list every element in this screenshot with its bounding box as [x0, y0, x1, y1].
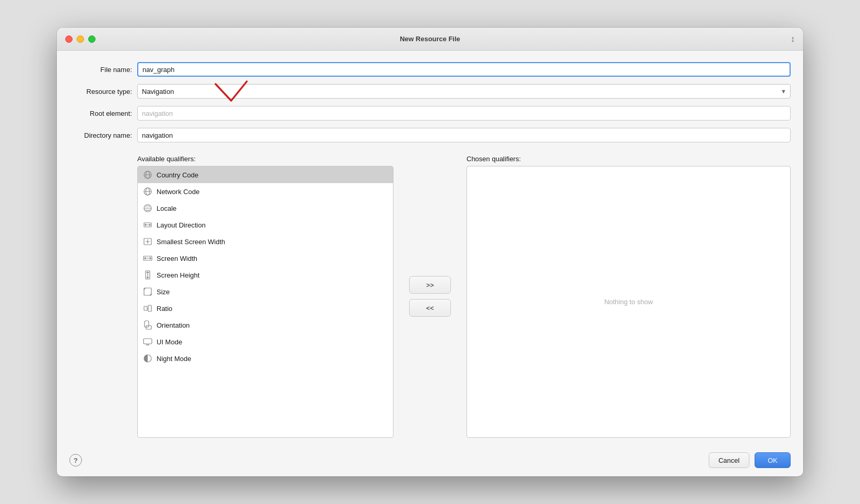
resource-type-select[interactable]: Navigation Layout Menu Values Drawable R…	[137, 84, 791, 99]
chosen-qualifiers-list: Nothing to show	[467, 166, 791, 438]
qualifier-label-ui-mode: UI Mode	[157, 338, 182, 346]
country-code-icon	[143, 170, 152, 179]
file-name-row: File name:	[69, 62, 791, 77]
night-mode-icon	[143, 354, 152, 363]
cancel-button[interactable]: Cancel	[709, 452, 749, 468]
minimize-button[interactable]	[77, 35, 84, 43]
new-resource-file-dialog: New Resource File ↕ File name: Resource …	[57, 28, 803, 476]
directory-name-row: Directory name: navigation	[69, 128, 791, 142]
chosen-qualifiers-panel: Chosen qualifiers: Nothing to show	[467, 155, 791, 438]
ok-button[interactable]: OK	[755, 452, 791, 468]
qualifier-label-orientation: Orientation	[157, 321, 190, 329]
sort-icon[interactable]: ↕	[791, 34, 795, 44]
ui-mode-icon	[143, 337, 152, 346]
svg-rect-27	[148, 305, 151, 311]
qualifier-label-locale: Locale	[157, 205, 176, 212]
root-element-label: Root element:	[69, 110, 137, 117]
file-name-label: File name:	[69, 66, 137, 74]
qualifier-item-smallest-screen-width[interactable]: Smallest Screen Width	[138, 233, 393, 250]
remove-qualifier-button[interactable]: <<	[409, 299, 451, 317]
resource-type-label: Resource type:	[69, 88, 137, 95]
file-name-input[interactable]	[137, 62, 791, 77]
root-element-row: Root element: navigation	[69, 106, 791, 121]
screen-height-icon	[143, 270, 152, 280]
locale-icon	[143, 203, 152, 213]
close-button[interactable]	[65, 35, 73, 43]
traffic-lights	[65, 35, 95, 43]
qualifiers-section: Available qualifiers: Country CodeNetwor…	[69, 155, 791, 438]
root-element-input: navigation	[137, 106, 791, 121]
layout-direction-icon	[143, 220, 152, 230]
svg-marker-11	[149, 223, 151, 226]
svg-rect-30	[144, 339, 152, 344]
qualifier-item-night-mode[interactable]: Night Mode	[138, 350, 393, 367]
transfer-buttons-panel: >> <<	[393, 155, 467, 438]
maximize-button[interactable]	[88, 35, 95, 43]
qualifier-label-size: Size	[157, 288, 170, 296]
resource-type-row: Resource type: Navigation Layout Menu Va…	[69, 84, 791, 99]
qualifier-label-screen-width: Screen Width	[157, 255, 197, 262]
qualifier-item-network-code[interactable]: Network Code	[138, 183, 393, 200]
qualifier-item-country-code[interactable]: Country Code	[138, 166, 393, 183]
title-bar: New Resource File ↕	[57, 28, 803, 51]
smallest-screen-width-icon	[143, 237, 152, 246]
svg-marker-18	[150, 257, 151, 260]
svg-rect-23	[144, 288, 151, 295]
ratio-icon	[143, 304, 152, 313]
svg-marker-21	[146, 271, 149, 273]
bottom-bar: ? Cancel OK	[57, 446, 803, 476]
dialog-title: New Resource File	[400, 35, 460, 43]
svg-marker-22	[146, 277, 149, 279]
qualifier-label-screen-height: Screen Height	[157, 271, 199, 279]
qualifier-item-screen-width[interactable]: Screen Width	[138, 250, 393, 267]
nothing-to-show-text: Nothing to show	[604, 298, 653, 306]
qualifier-label-layout-direction: Layout Direction	[157, 221, 206, 229]
qualifier-item-screen-height[interactable]: Screen Height	[138, 267, 393, 283]
chosen-qualifiers-label: Chosen qualifiers:	[467, 155, 791, 163]
qualifier-label-ratio: Ratio	[157, 305, 172, 313]
resource-type-select-wrapper: Navigation Layout Menu Values Drawable R…	[137, 84, 791, 99]
dialog-content: File name: Resource type: Navigation Lay…	[57, 51, 803, 446]
orientation-icon	[143, 320, 152, 330]
root-element-placeholder: navigation	[142, 110, 173, 117]
qualifier-item-size[interactable]: Size	[138, 283, 393, 300]
directory-name-value: navigation	[142, 131, 173, 139]
add-qualifier-button[interactable]: >>	[409, 276, 451, 294]
qualifier-label-network-code: Network Code	[157, 188, 199, 196]
qualifier-label-night-mode: Night Mode	[157, 355, 191, 363]
qualifier-item-ui-mode[interactable]: UI Mode	[138, 333, 393, 350]
available-qualifiers-panel: Available qualifiers: Country CodeNetwor…	[69, 155, 393, 438]
qualifiers-list-wrapper: Country CodeNetwork CodeLocaleLayout Dir…	[137, 166, 393, 438]
action-buttons: Cancel OK	[709, 452, 791, 468]
svg-marker-17	[144, 257, 146, 260]
directory-name-input[interactable]: navigation	[137, 128, 791, 142]
help-button[interactable]: ?	[69, 454, 82, 466]
qualifier-label-smallest-screen-width: Smallest Screen Width	[157, 238, 225, 246]
svg-marker-10	[145, 223, 146, 226]
svg-rect-28	[145, 321, 149, 327]
size-icon	[143, 287, 152, 296]
qualifier-item-layout-direction[interactable]: Layout Direction	[138, 217, 393, 233]
available-qualifiers-list[interactable]: Country CodeNetwork CodeLocaleLayout Dir…	[137, 166, 393, 438]
qualifier-label-country-code: Country Code	[157, 171, 198, 179]
svg-rect-26	[144, 306, 147, 310]
directory-name-label: Directory name:	[69, 131, 137, 139]
screen-width-icon	[143, 254, 152, 263]
qualifier-item-locale[interactable]: Locale	[138, 200, 393, 217]
qualifier-item-orientation[interactable]: Orientation	[138, 317, 393, 333]
available-qualifiers-label: Available qualifiers:	[137, 155, 393, 163]
qualifier-item-ratio[interactable]: Ratio	[138, 300, 393, 317]
network-code-icon	[143, 187, 152, 196]
